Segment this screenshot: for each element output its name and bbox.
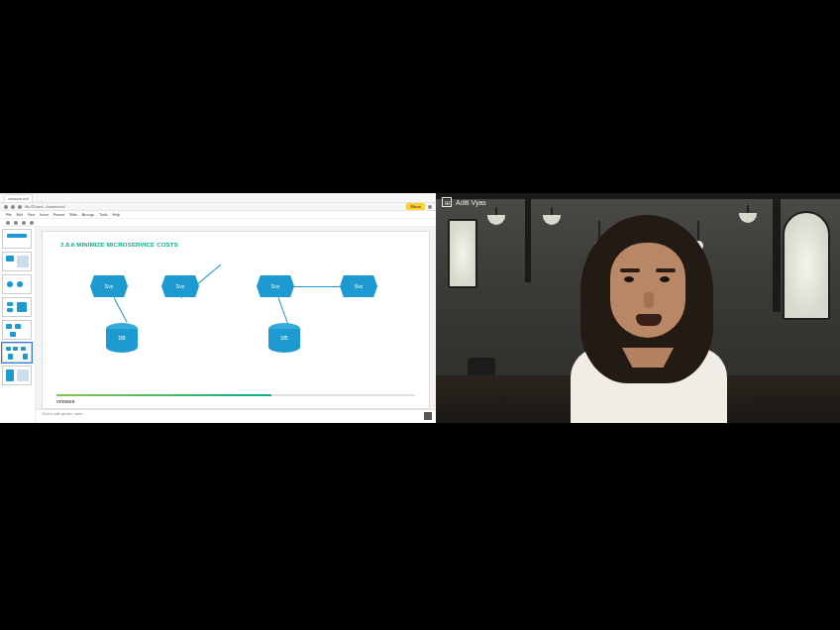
- slide-canvas-area: 2.8.6 MINIMIZE MICROSERVICE COSTS Svc Sv…: [36, 227, 436, 423]
- database-node: DB: [268, 323, 300, 353]
- url-text[interactable]: file:///Users/.../vmware.md: [25, 205, 64, 209]
- redo-icon[interactable]: [14, 221, 18, 225]
- slide-thumb[interactable]: [2, 252, 32, 271]
- nav-back-icon[interactable]: [4, 205, 8, 209]
- notes-placeholder: Click to add speaker notes: [42, 412, 82, 416]
- share-button[interactable]: Share: [406, 203, 425, 210]
- slide-canvas[interactable]: 2.8.6 MINIMIZE MICROSERVICE COSTS Svc Sv…: [42, 231, 430, 409]
- speaker-notes[interactable]: Click to add speaker notes: [36, 409, 436, 423]
- database-node: DB: [106, 323, 138, 353]
- menu-slide[interactable]: Slide: [69, 213, 77, 217]
- webcam-pane: ⊞ Aditi Vyas: [436, 193, 840, 423]
- reload-icon[interactable]: [18, 205, 22, 209]
- menu-help[interactable]: Help: [112, 213, 119, 217]
- menu-arrange[interactable]: Arrange: [82, 213, 94, 217]
- diagram-edge: [294, 286, 340, 287]
- browser-url-bar: file:///Users/.../vmware.md Share: [0, 203, 436, 211]
- menu-view[interactable]: View: [28, 213, 36, 217]
- menu-file[interactable]: File: [6, 213, 12, 217]
- nav-fwd-icon[interactable]: [11, 205, 15, 209]
- hexagon-node: Svc: [257, 275, 294, 297]
- menu-format[interactable]: Format: [53, 213, 64, 217]
- brand-label: vmware: [56, 398, 75, 404]
- slide-thumb[interactable]: [2, 320, 32, 340]
- undo-icon[interactable]: [6, 221, 10, 225]
- browser-menu-icon[interactable]: [428, 205, 432, 209]
- diagram-edge: [278, 297, 289, 324]
- tab-title: vmware.md: [8, 196, 29, 201]
- slide-thumb[interactable]: [2, 366, 32, 385]
- slide-progress-bar: [56, 394, 415, 396]
- menu-edit[interactable]: Edit: [17, 213, 23, 217]
- slide-thumb[interactable]: [2, 297, 32, 317]
- slides-menu-bar: File Edit View Insert Format Slide Arran…: [0, 211, 436, 219]
- slide-thumb[interactable]: [2, 274, 32, 294]
- print-icon[interactable]: [22, 221, 26, 225]
- slide-title: 2.8.6 MINIMIZE MICROSERVICE COSTS: [60, 242, 178, 248]
- slide-thumbnails[interactable]: [0, 227, 36, 423]
- expand-icon[interactable]: [424, 412, 432, 420]
- browser-tab[interactable]: vmware.md: [4, 194, 33, 202]
- slide-thumb-current[interactable]: [2, 343, 32, 363]
- hexagon-node: Svc: [340, 275, 377, 297]
- participant-name-overlay: ⊞ Aditi Vyas: [442, 197, 486, 207]
- browser-tab-bar: vmware.md: [0, 193, 436, 203]
- shared-screen-pane: vmware.md file:///Users/.../vmware.md Sh…: [0, 193, 436, 423]
- hexagon-node: Svc: [90, 275, 128, 297]
- participant-name: Aditi Vyas: [456, 199, 486, 206]
- zoom-icon[interactable]: [30, 221, 34, 225]
- conference-stage: vmware.md file:///Users/.../vmware.md Sh…: [0, 193, 840, 423]
- diagram-edge: [114, 297, 128, 322]
- platform-logo-icon: ⊞: [442, 197, 452, 207]
- slide-thumb[interactable]: [2, 229, 32, 249]
- presenter-video: [553, 215, 741, 423]
- slides-toolbar: [0, 219, 436, 227]
- slides-workspace: 2.8.6 MINIMIZE MICROSERVICE COSTS Svc Sv…: [0, 227, 436, 423]
- menu-tools[interactable]: Tools: [99, 213, 107, 217]
- menu-insert[interactable]: Insert: [40, 213, 49, 217]
